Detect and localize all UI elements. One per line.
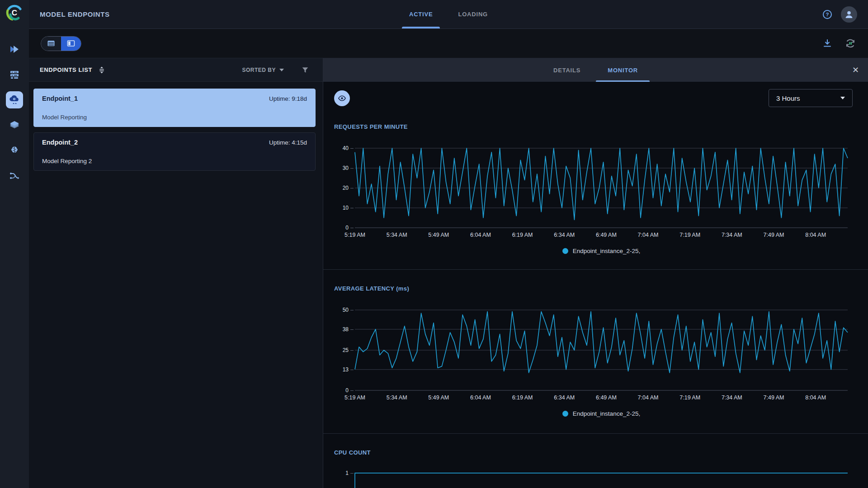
y-axis: 1 [332,469,355,488]
tab-loading[interactable]: LOADING [445,0,500,28]
endpoint-model: Model Reporting 2 [42,158,307,164]
user-avatar[interactable] [841,6,857,23]
y-axis: 013253850 [332,310,355,390]
sorted-by-dropdown[interactable]: SORTED BY [242,67,284,73]
sidebar: C [0,0,29,488]
time-range-value: 3 Hours [776,94,800,102]
monitor-tab-underline [596,80,650,82]
page-title: MODEL ENDPOINTS [40,10,110,18]
chart-title: AVERAGE LATENCY (ms) [334,285,848,292]
endpoint-card-1[interactable]: Endpoint_1 Uptime: 9:18d Model Reporting [33,89,316,127]
chart-legend[interactable]: Endpoint_instance_2-25, [355,248,848,254]
pipelines-icon [9,120,20,131]
view-toolbar [29,29,868,58]
x-axis: 5:19 AM5:34 AM5:49 AM6:04 AM6:19 AM6:34 … [355,390,848,404]
close-panel-button[interactable]: ✕ [852,58,859,82]
ai-applications-icon [9,145,20,156]
user-avatar-icon [844,9,854,19]
top-header: MODEL ENDPOINTS ACTIVE LOADING ? [29,0,868,29]
cpu-count-chart[interactable] [355,469,848,488]
active-tab-underline [402,27,440,28]
sidebar-item-model-endpoints[interactable] [6,91,23,108]
tab-details-label: DETAILS [553,67,580,74]
chevron-down-icon [840,97,845,99]
close-icon: ✕ [852,65,859,75]
requests-per-minute-chart[interactable] [355,148,848,228]
content-split: ENDPOINTS LIST SORTED BY [29,58,868,488]
auto-refresh-button[interactable] [844,38,856,49]
table-view-button[interactable] [41,37,61,51]
sort-arrows-icon [98,66,106,74]
sidebar-item-ai-applications[interactable] [6,142,23,159]
endpoints-list-header: ENDPOINTS LIST SORTED BY [29,58,323,82]
endpoint-card-2[interactable]: Endpoint_2 Uptime: 4:15d Model Reporting… [33,132,316,171]
requests-per-minute-section: REQUESTS PER MINUTE 010203040 5:19 AM5:3… [323,107,868,269]
split-view-button[interactable] [61,37,81,51]
sidebar-item-datasets[interactable] [6,66,23,83]
endpoint-model: Model Reporting [42,114,307,121]
endpoint-name: Endpoint_1 [42,95,78,102]
legend-series-label: Endpoint_instance_2-25, [573,410,640,417]
endpoints-cards: Endpoint_1 Uptime: 9:18d Model Reporting… [29,82,323,171]
tab-active-label: ACTIVE [409,11,433,18]
clearml-logo[interactable]: C [5,3,24,23]
filter-button[interactable] [301,66,309,74]
endpoint-state-tabs: ACTIVE LOADING [396,0,500,28]
tab-details[interactable]: DETAILS [540,58,594,82]
legend-series-dot [562,248,568,254]
endpoints-list-title: ENDPOINTS LIST [40,66,92,73]
projects-icon [9,44,20,55]
average-latency-chart[interactable] [355,310,848,390]
sidebar-nav [6,41,23,184]
endpoint-uptime: Uptime: 4:15d [269,139,307,146]
main-column: MODEL ENDPOINTS ACTIVE LOADING ? [29,0,868,488]
endpoint-name: Endpoint_2 [42,139,78,146]
sort-order-button[interactable] [98,66,106,74]
svg-text:?: ? [826,12,829,17]
clearml-logo-icon: C [5,3,24,22]
detail-tabs: DETAILS MONITOR ✕ [323,58,868,82]
time-range-select[interactable]: 3 Hours [769,89,853,107]
sidebar-item-pipelines[interactable] [6,117,23,134]
eye-icon [338,94,346,103]
top-actions: ? [822,6,857,23]
sidebar-item-projects[interactable] [6,41,23,58]
app-root: C [0,0,868,488]
legend-series-dot [562,411,568,417]
plot-row: 010203040 [332,148,848,228]
datasets-icon [9,69,20,80]
orchestration-icon [9,170,20,181]
average-latency-section: AVERAGE LATENCY (ms) 013253850 5:19 AM5:… [323,270,868,433]
x-axis: 5:19 AM5:34 AM5:49 AM6:04 AM6:19 AM6:34 … [355,228,848,241]
monitor-body: 3 Hours REQUESTS PER MINUTE 010203040 5:… [323,82,868,488]
plot-row: 013253850 [332,310,848,390]
tab-monitor-label: MONITOR [608,67,638,74]
endpoints-list-panel: ENDPOINTS LIST SORTED BY [29,58,323,488]
chart-title: REQUESTS PER MINUTE [334,123,848,130]
view-toggle [41,36,81,51]
table-view-icon [47,39,56,48]
download-button[interactable] [822,38,833,49]
chevron-down-icon [279,69,284,71]
download-icon [822,38,833,49]
split-view-icon [66,39,75,48]
detail-panel: DETAILS MONITOR ✕ [323,58,868,488]
endpoint-uptime: Uptime: 9:18d [269,95,307,102]
endpoint-card-1-top-row: Endpoint_1 Uptime: 9:18d [42,95,307,102]
sorted-by-label: SORTED BY [242,67,276,73]
help-button[interactable]: ? [822,9,833,20]
endpoint-card-2-top-row: Endpoint_2 Uptime: 4:15d [42,139,307,146]
plot-row: 1 [332,469,848,488]
tab-monitor[interactable]: MONITOR [594,58,651,82]
chart-legend[interactable]: Endpoint_instance_2-25, [355,410,848,417]
show-hide-charts-button[interactable] [334,90,350,106]
auto-refresh-icon [844,38,856,49]
tab-active[interactable]: ACTIVE [396,0,445,28]
filter-icon [301,66,309,74]
legend-series-label: Endpoint_instance_2-25, [573,248,640,254]
y-axis: 010203040 [332,148,355,228]
model-endpoints-icon [9,94,20,106]
sidebar-item-orchestration[interactable] [6,167,23,184]
chart-title: CPU COUNT [334,449,848,456]
svg-text:C: C [12,9,17,17]
